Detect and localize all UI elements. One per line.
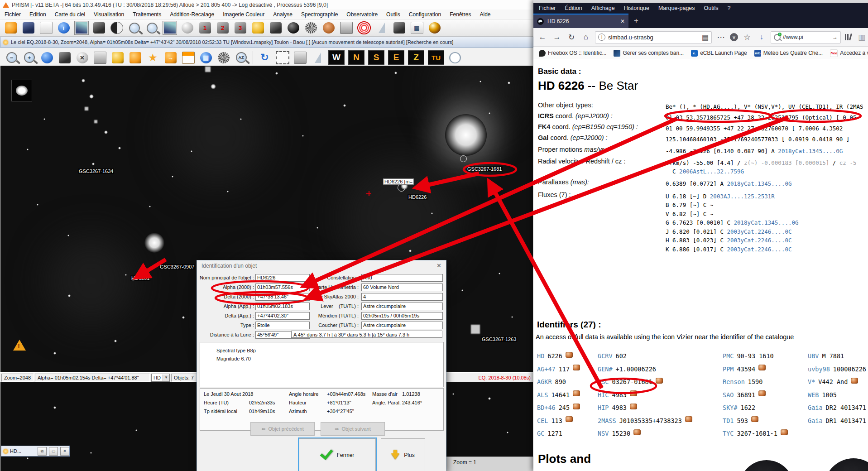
identifier-item[interactable]: GaiaDR1 4013471 — [808, 417, 866, 424]
vizier-icon[interactable] — [630, 390, 637, 396]
reference-link[interactable]: 2006AstL...32..759G — [679, 168, 744, 175]
more-button[interactable]: Plus — [381, 438, 425, 471]
grid-window-icon[interactable]: ▦ — [197, 50, 214, 66]
identifier-item[interactable]: 2MASSJ01035335+4738323 — [598, 417, 692, 424]
vizier-icon[interactable] — [685, 416, 692, 422]
bookmark-item[interactable]: mbMétéo Les Quatre Che... — [754, 50, 823, 57]
field-value[interactable]: 60 Volume Nord — [361, 284, 443, 291]
identifier-item[interactable]: SKY#1622 — [723, 404, 755, 411]
gamepad-icon[interactable] — [56, 50, 73, 66]
process-2-icon[interactable]: 2 — [214, 20, 231, 36]
calendar-icon[interactable] — [180, 50, 197, 66]
tools-icon[interactable] — [391, 20, 408, 36]
identifier-item[interactable]: AGKR890 — [537, 378, 566, 385]
pan-icon[interactable] — [320, 20, 337, 36]
identifier-item[interactable]: SAO36891 — [723, 391, 766, 399]
identifier-item[interactable]: ALS14641 — [537, 391, 580, 399]
preview-icon[interactable] — [73, 20, 90, 36]
sphere-icon[interactable] — [285, 20, 302, 36]
menu-visualisation[interactable]: Visualisation — [94, 11, 124, 18]
zoom-out-icon[interactable]: − — [3, 50, 20, 66]
menu-aide[interactable]: Aide — [480, 11, 491, 18]
identifier-item[interactable]: NSV15230 — [598, 430, 641, 437]
goto-icon[interactable]: → — [162, 50, 179, 66]
plot-thumbnail[interactable] — [824, 458, 868, 471]
vizier-icon[interactable] — [751, 416, 758, 422]
menu-spectrographie[interactable]: Spectrographie — [301, 11, 338, 18]
identifier-item[interactable]: PPM43594 — [723, 365, 766, 373]
identifier-item[interactable]: GCRV602 — [598, 352, 627, 360]
az-search-icon[interactable]: AZ — [233, 50, 249, 66]
reload-button[interactable]: ↻ — [566, 33, 577, 42]
compass-button-n[interactable]: N — [348, 50, 364, 65]
identifier-item[interactable]: TYC3267-1681-1 — [723, 430, 788, 437]
restore-button[interactable]: ⧉ — [38, 447, 47, 456]
identifier-item[interactable]: GEN#+1.00006226 — [598, 365, 656, 373]
browser-menu-fichier[interactable]: Fichier — [539, 5, 556, 11]
field-value[interactable]: 02h05m19s / 00h05m19s — [361, 312, 443, 320]
browser-menu-marque-pages[interactable]: Marque-pages — [658, 5, 695, 11]
minimized-window-bar[interactable]: HD... ⧉ ▭ ✕ — [1, 446, 70, 457]
identifier-item[interactable]: Renson1590 — [723, 378, 762, 385]
library-icon[interactable] — [844, 34, 853, 41]
identifier-item[interactable]: BD+46245 — [537, 404, 580, 411]
vizier-icon[interactable] — [630, 404, 637, 409]
menu-observatoire[interactable]: Observatoire — [346, 11, 378, 18]
cancel-icon[interactable]: ✕ — [74, 50, 91, 66]
field-value[interactable]: 4 — [361, 293, 443, 301]
vizier-icon[interactable] — [758, 365, 766, 370]
search-engine-icon[interactable]: + — [774, 34, 781, 41]
image-icon[interactable] — [161, 20, 178, 36]
new-frame-icon[interactable] — [38, 20, 54, 36]
process-1-icon[interactable]: 1 — [197, 20, 213, 36]
gear-icon[interactable] — [179, 20, 196, 36]
back-button[interactable]: ← — [537, 33, 548, 42]
reader-mode-icon[interactable]: ▤ — [702, 33, 709, 42]
close-dialog-button[interactable]: Fermer — [299, 438, 376, 471]
vizier-icon[interactable] — [566, 416, 573, 422]
new-tab-button[interactable]: + — [628, 14, 644, 28]
menu-configuration[interactable]: Configuration — [409, 11, 441, 18]
field-value[interactable]: And — [361, 274, 443, 282]
reference-link[interactable]: 2003yCat.2246....0C — [727, 228, 791, 235]
open-icon[interactable] — [2, 20, 19, 36]
reference-link[interactable]: 2018yCat.1345....0G — [778, 148, 843, 154]
vizier-icon[interactable] — [851, 378, 858, 384]
plot-thumbnail[interactable] — [739, 460, 794, 471]
home-button[interactable]: ⌂ — [580, 33, 591, 42]
search-sky-icon[interactable] — [126, 20, 143, 36]
reference-link[interactable]: 2018yCat.1345....0G — [734, 219, 799, 226]
url-bar[interactable]: i simbad.u-strasbg ▤ — [595, 31, 712, 43]
identifier-item[interactable]: GC1271 — [537, 430, 562, 437]
identifier-item[interactable]: WEB1005 — [808, 391, 837, 399]
field-value[interactable]: Astre circumpolaire — [361, 303, 443, 310]
next-object-button[interactable]: ⇒ Objet suivant — [321, 422, 385, 436]
bookmark-item[interactable]: e.eCBL Launch Page — [691, 50, 747, 57]
pocket-icon[interactable]: v — [730, 33, 738, 41]
compass-button-tu[interactable]: TU — [428, 50, 444, 65]
save-icon[interactable] — [20, 20, 37, 36]
menu-addition-recalage[interactable]: Addition-Recalage — [170, 11, 214, 18]
vizier-icon[interactable] — [573, 365, 580, 370]
menu-outils[interactable]: Outils — [386, 11, 400, 18]
bookmark-item[interactable]: Gérer ses comptes ban... — [614, 50, 684, 57]
browser-menu-affichage[interactable]: Affichage — [591, 5, 615, 11]
angle-icon[interactable] — [373, 20, 390, 36]
identifier-item[interactable]: CEL113 — [537, 417, 573, 424]
menu-carte-du-ciel[interactable]: Carte du ciel — [55, 11, 85, 18]
info-icon[interactable]: i — [55, 20, 72, 36]
search-go-icon[interactable]: → — [832, 34, 838, 40]
identifier-item[interactable]: HIC4983 — [598, 391, 637, 399]
vizier-icon[interactable] — [566, 352, 573, 358]
identifier-item[interactable]: AG+47117 — [537, 365, 580, 373]
vizier-icon[interactable] — [633, 429, 641, 435]
target-icon[interactable] — [355, 20, 372, 36]
compass-button-e[interactable]: E — [388, 50, 404, 65]
vizier-icon[interactable] — [573, 390, 580, 396]
select-zoom-icon[interactable] — [274, 50, 291, 66]
sieve-icon[interactable] — [302, 20, 319, 36]
identifier-item[interactable]: GSC03267-01681 — [598, 378, 663, 385]
tab-close-icon[interactable]: ✕ — [620, 18, 625, 24]
sky-window-title-bar[interactable]: Le ciel EQ.2018-8-30, Zoom=2048, Alpha= … — [0, 37, 533, 48]
close-button[interactable]: ✕ — [60, 447, 69, 456]
